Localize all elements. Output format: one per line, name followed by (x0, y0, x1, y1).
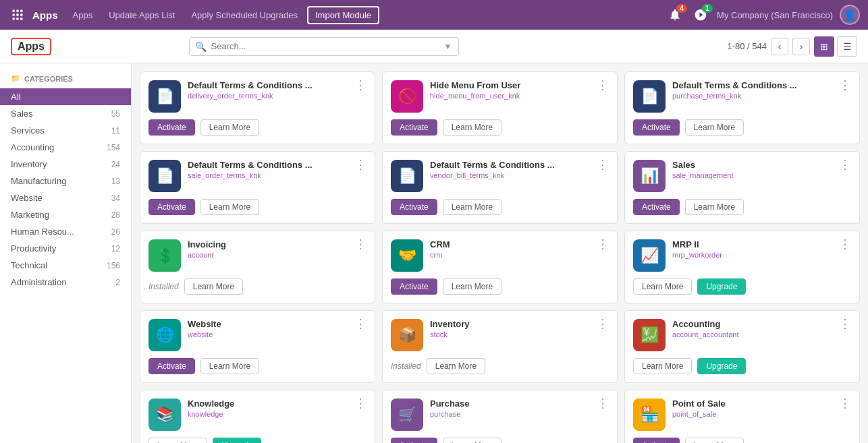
sidebar-item-sales[interactable]: Sales 55 (0, 105, 131, 122)
sidebar-item-website[interactable]: Website 34 (0, 189, 131, 206)
learn-more-button[interactable]: Learn More (685, 199, 744, 215)
app-title: Hide Menu From User (430, 80, 609, 90)
nav-link-import[interactable]: Import Module (307, 6, 379, 24)
card-actions: ActivateLearn More (391, 278, 609, 295)
app-card: ⋮📄Default Terms & Conditions ...sale_ord… (140, 151, 375, 224)
card-header: 🌐Websitewebsite (148, 319, 367, 351)
card-header: 💹Accountingaccount_accountant (633, 319, 851, 351)
activity-count: 1 (702, 4, 713, 13)
nav-link-schedule[interactable]: Apply Scheduled Upgrades (184, 7, 304, 23)
sidebar-item-technical[interactable]: Technical 156 (0, 257, 131, 274)
activate-button[interactable]: Activate (633, 199, 680, 215)
app-title: Default Terms & Conditions ... (188, 80, 367, 90)
card-menu-btn[interactable]: ⋮ (838, 238, 852, 250)
learn-more-button[interactable]: Learn More (200, 119, 259, 136)
card-actions: ActivateLearn More (148, 199, 367, 215)
app-card: ⋮💲InvoicingaccountInstalledLearn More (140, 231, 375, 303)
learn-more-button[interactable]: Learn More (685, 438, 744, 443)
sidebar-item-productivity[interactable]: Productivity 12 (0, 240, 131, 257)
card-menu-btn[interactable]: ⋮ (353, 79, 368, 91)
activate-button[interactable]: Activate (391, 438, 437, 443)
activate-button[interactable]: Activate (633, 438, 680, 443)
card-header: 🏪Point of Salepoint_of_sale (633, 398, 851, 431)
view-list-btn[interactable]: ☰ (837, 36, 857, 57)
installed-status: Installed (391, 361, 421, 371)
card-menu-btn[interactable]: ⋮ (353, 318, 368, 330)
card-menu-btn[interactable]: ⋮ (595, 318, 610, 330)
card-menu-btn[interactable]: ⋮ (353, 397, 368, 409)
card-actions: Learn MoreUpgrade (633, 278, 851, 295)
card-info: Hide Menu From Userhide_menu_from_user_k… (430, 80, 609, 100)
card-actions: ActivateLearn More (391, 438, 609, 443)
learn-more-button[interactable]: Learn More (443, 119, 501, 136)
sidebar-item-administration[interactable]: Administration 2 (0, 274, 131, 291)
sidebar-item-hr[interactable]: Human Resou... 26 (0, 223, 131, 240)
main-layout: 📁 CATEGORIES All Sales 55 Services 11 Ac… (0, 63, 868, 443)
activity-icon[interactable]: 1 (691, 5, 710, 24)
learn-more-button[interactable]: Learn More (633, 278, 692, 295)
user-avatar[interactable]: 👤 (840, 5, 860, 25)
app-icon: 💹 (633, 319, 666, 351)
activate-button[interactable]: Activate (148, 199, 195, 215)
learn-more-button[interactable]: Learn More (200, 358, 259, 374)
learn-more-button[interactable]: Learn More (443, 278, 501, 295)
nav-link-update[interactable]: Update Apps List (102, 7, 182, 23)
sidebar-item-services[interactable]: Services 11 (0, 122, 131, 139)
app-module: purchase (430, 410, 609, 418)
learn-more-button[interactable]: Learn More (200, 199, 259, 215)
activate-button[interactable]: Activate (633, 119, 680, 136)
card-menu-btn[interactable]: ⋮ (353, 158, 368, 171)
app-module: knowledge (188, 410, 367, 418)
activate-button[interactable]: Activate (391, 199, 437, 215)
sidebar-item-accounting[interactable]: Accounting 154 (0, 139, 131, 156)
app-title: Default Terms & Conditions ... (188, 160, 367, 170)
nav-link-apps[interactable]: Apps (66, 7, 100, 23)
sidebar-item-inventory[interactable]: Inventory 24 (0, 156, 131, 173)
card-menu-btn[interactable]: ⋮ (838, 397, 852, 409)
app-module: point_of_sale (672, 410, 851, 418)
svg-rect-5 (20, 13, 22, 16)
learn-more-button[interactable]: Learn More (685, 119, 744, 136)
app-module: account (188, 251, 367, 259)
card-menu-btn[interactable]: ⋮ (838, 318, 852, 330)
pagination-prev[interactable]: ‹ (771, 38, 788, 55)
card-menu-btn[interactable]: ⋮ (838, 158, 852, 171)
learn-more-button[interactable]: Learn More (427, 358, 485, 374)
svg-rect-3 (13, 13, 15, 16)
search-dropdown-btn[interactable]: ▼ (443, 40, 454, 53)
card-menu-btn[interactable]: ⋮ (595, 158, 610, 171)
activate-button[interactable]: Activate (391, 278, 437, 295)
svg-rect-8 (20, 18, 22, 20)
sidebar-item-all[interactable]: All (0, 88, 131, 105)
sidebar-item-marketing[interactable]: Marketing 28 (0, 206, 131, 223)
pagination-next[interactable]: › (792, 38, 810, 55)
notification-bell[interactable]: 4 (666, 5, 684, 24)
card-menu-btn[interactable]: ⋮ (353, 238, 368, 250)
activate-button[interactable]: Activate (148, 358, 195, 374)
learn-more-button[interactable]: Learn More (443, 438, 501, 443)
learn-more-button[interactable]: Learn More (443, 199, 501, 215)
card-info: Purchasepurchase (430, 398, 609, 418)
company-name[interactable]: My Company (San Francisco) (717, 10, 833, 20)
card-menu-btn[interactable]: ⋮ (595, 238, 610, 250)
activate-button[interactable]: Activate (391, 119, 437, 136)
upgrade-button[interactable]: Upgrade (213, 438, 261, 443)
top-nav: Apps Apps Update Apps List Apply Schedul… (0, 0, 868, 30)
learn-more-button[interactable]: Learn More (633, 358, 692, 374)
learn-more-button[interactable]: Learn More (148, 438, 207, 443)
view-grid-btn[interactable]: ⊞ (814, 36, 834, 57)
card-menu-btn[interactable]: ⋮ (595, 79, 610, 91)
learn-more-button[interactable]: Learn More (184, 278, 243, 295)
card-menu-btn[interactable]: ⋮ (838, 79, 852, 91)
activate-button[interactable]: Activate (148, 119, 195, 136)
card-menu-btn[interactable]: ⋮ (595, 397, 610, 409)
card-header: 📈MRP IImrp_workorder (633, 239, 851, 272)
upgrade-button[interactable]: Upgrade (697, 358, 746, 374)
upgrade-button[interactable]: Upgrade (697, 278, 746, 295)
card-info: Inventorystock (430, 319, 609, 338)
grid-icon[interactable] (8, 5, 27, 24)
app-title: Invoicing (188, 239, 367, 249)
card-header: 🛒Purchasepurchase (391, 398, 609, 431)
search-input[interactable] (211, 41, 442, 51)
sidebar-item-manufacturing[interactable]: Manufacturing 13 (0, 173, 131, 189)
